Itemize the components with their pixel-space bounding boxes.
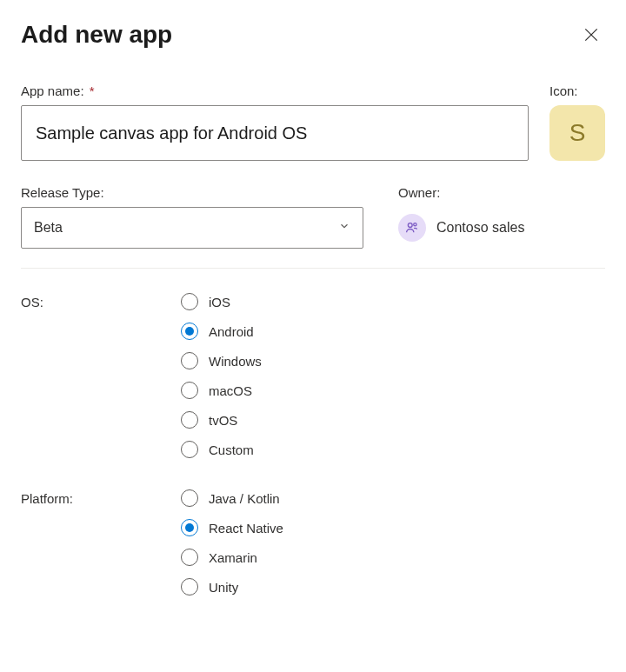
radio-icon — [181, 441, 198, 458]
radio-label: Java / Kotlin — [209, 491, 280, 506]
radio-icon — [181, 323, 198, 340]
os-option-custom[interactable]: Custom — [181, 441, 262, 458]
os-option-tvos[interactable]: tvOS — [181, 411, 262, 429]
owner-avatar — [398, 214, 426, 242]
platform-option-unity[interactable]: Unity — [181, 578, 283, 595]
radio-label: tvOS — [209, 413, 237, 428]
close-button[interactable] — [577, 21, 605, 49]
platform-radio-group: Java / KotlinReact NativeXamarinUnity — [181, 489, 283, 595]
radio-label: Windows — [209, 354, 262, 369]
platform-option-java-kotlin[interactable]: Java / Kotlin — [181, 489, 283, 507]
os-radio-group: iOSAndroidWindowsmacOStvOSCustom — [181, 293, 262, 458]
radio-icon — [181, 549, 198, 566]
radio-icon — [181, 519, 198, 536]
radio-icon — [181, 411, 198, 429]
owner-label: Owner: — [398, 185, 524, 200]
platform-option-xamarin[interactable]: Xamarin — [181, 549, 283, 566]
app-name-input[interactable] — [21, 105, 529, 161]
platform-option-react-native[interactable]: React Native — [181, 519, 283, 536]
chevron-down-icon — [338, 220, 350, 236]
radio-label: Unity — [209, 580, 238, 595]
radio-label: Android — [209, 324, 254, 339]
app-name-label: App name: * — [21, 83, 529, 98]
radio-label: Custom — [209, 442, 254, 457]
owner-display[interactable]: Contoso sales — [398, 207, 524, 249]
owner-name: Contoso sales — [436, 220, 524, 236]
radio-icon — [181, 578, 198, 595]
radio-icon — [181, 382, 198, 399]
close-icon — [583, 26, 600, 43]
os-option-ios[interactable]: iOS — [181, 293, 262, 310]
os-option-macos[interactable]: macOS — [181, 382, 262, 399]
release-type-select[interactable]: Beta — [21, 207, 363, 249]
radio-icon — [181, 293, 198, 310]
radio-label: iOS — [209, 295, 230, 309]
os-option-android[interactable]: Android — [181, 323, 262, 340]
app-icon-letter: S — [569, 119, 586, 147]
people-icon — [404, 220, 420, 236]
radio-label: React Native — [209, 521, 283, 536]
release-type-label: Release Type: — [21, 185, 363, 200]
os-label: OS: — [21, 293, 181, 458]
release-type-value: Beta — [34, 220, 63, 236]
dialog-title: Add new app — [21, 21, 172, 49]
radio-icon — [181, 352, 198, 369]
svg-point-2 — [408, 223, 412, 228]
svg-point-3 — [414, 223, 416, 226]
radio-label: macOS — [209, 383, 252, 398]
radio-icon — [181, 489, 198, 507]
os-option-windows[interactable]: Windows — [181, 352, 262, 369]
section-divider — [21, 268, 605, 269]
radio-label: Xamarin — [209, 550, 257, 565]
required-indicator: * — [90, 83, 95, 98]
icon-label: Icon: — [549, 83, 605, 98]
platform-label: Platform: — [21, 489, 181, 595]
app-icon-tile[interactable]: S — [549, 105, 605, 161]
